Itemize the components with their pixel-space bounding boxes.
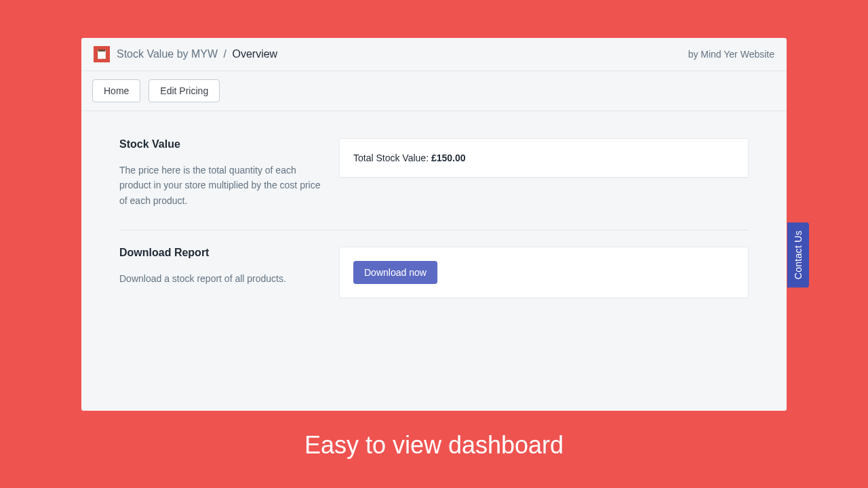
byline-link[interactable]: by Mind Yer Website — [688, 49, 774, 60]
stock-value-section: Stock Value The price here is the total … — [119, 125, 749, 230]
app-header: Stock Value by MYW / Overview by Mind Ye… — [81, 38, 787, 71]
edit-pricing-button[interactable]: Edit Pricing — [149, 79, 220, 102]
breadcrumb-current: Overview — [232, 48, 277, 60]
content-area: Stock Value The price here is the total … — [81, 111, 787, 320]
stock-value-title: Stock Value — [119, 138, 323, 150]
home-button[interactable]: Home — [92, 79, 140, 102]
download-report-section: Download Report Download a stock report … — [119, 230, 749, 320]
toolbar: Home Edit Pricing — [81, 71, 787, 111]
stock-value-description: The price here is the total quantity of … — [119, 163, 323, 208]
stock-value-card: Total Stock Value: £150.00 — [339, 138, 749, 178]
breadcrumb-app-name[interactable]: Stock Value by MYW — [117, 48, 218, 60]
total-stock-value-label: Total Stock Value: — [353, 152, 431, 163]
contact-us-tab[interactable]: Contact Us — [787, 222, 809, 287]
clipboard-icon — [94, 46, 110, 62]
breadcrumb-separator: / — [224, 48, 226, 60]
download-report-description: Download a stock report of all products. — [119, 271, 323, 286]
download-now-button[interactable]: Download now — [353, 261, 437, 284]
promo-caption: Easy to view dashboard — [0, 431, 868, 460]
breadcrumb: Stock Value by MYW / Overview — [94, 46, 277, 62]
download-report-title: Download Report — [119, 247, 323, 259]
app-frame: Stock Value by MYW / Overview by Mind Ye… — [81, 38, 787, 411]
total-stock-value-amount: £150.00 — [431, 152, 466, 163]
download-report-card: Download now — [339, 247, 749, 298]
